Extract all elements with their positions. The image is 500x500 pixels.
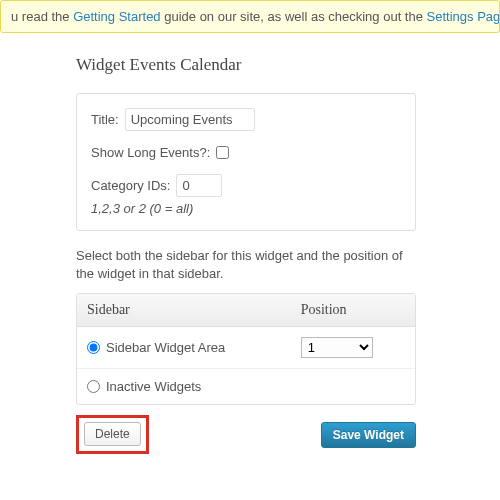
notice-text-2: guide on our site, as well as checking o… — [161, 9, 427, 24]
position-select[interactable]: 1 — [301, 337, 373, 358]
delete-button[interactable]: Delete — [84, 422, 141, 446]
settings-page-link[interactable]: Settings Page — [427, 9, 500, 24]
sidebar-radio-widget-area[interactable] — [87, 341, 100, 354]
sidebar-radio-inactive[interactable] — [87, 380, 100, 393]
table-row: Sidebar Widget Area 1 — [77, 327, 415, 369]
category-ids-input[interactable] — [176, 174, 222, 197]
title-input[interactable] — [125, 108, 255, 131]
widget-settings-panel: Title: Show Long Events?: Category IDs: … — [76, 93, 416, 231]
page-title: Widget Events Calendar — [76, 55, 500, 75]
col-position-header: Position — [291, 294, 415, 327]
admin-notice: u read the Getting Started guide on our … — [0, 0, 500, 33]
category-ids-hint: 1,2,3 or 2 (0 = all) — [91, 201, 401, 216]
notice-text-1: u read the — [11, 9, 73, 24]
sidebar-option-label: Sidebar Widget Area — [106, 340, 225, 355]
getting-started-link[interactable]: Getting Started — [73, 9, 160, 24]
sidebar-description: Select both the sidebar for this widget … — [76, 247, 416, 283]
sidebar-table: Sidebar Position Sidebar Widget Area 1 — [76, 293, 416, 405]
form-actions: Delete Save Widget — [76, 415, 416, 454]
save-widget-button[interactable]: Save Widget — [321, 422, 416, 448]
long-events-label: Show Long Events?: — [91, 145, 210, 160]
title-label: Title: — [91, 112, 119, 127]
delete-highlight-box: Delete — [76, 415, 149, 454]
category-ids-label: Category IDs: — [91, 178, 170, 193]
long-events-checkbox[interactable] — [216, 146, 229, 159]
col-sidebar-header: Sidebar — [77, 294, 291, 327]
table-row: Inactive Widgets — [77, 369, 415, 404]
sidebar-option-label: Inactive Widgets — [106, 379, 201, 394]
